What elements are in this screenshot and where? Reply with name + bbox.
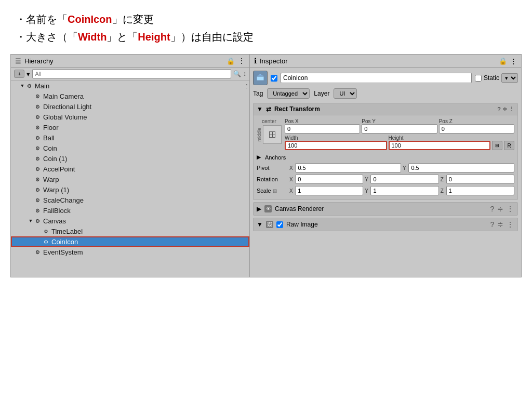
triangle-icon: ▶	[257, 154, 261, 161]
layer-label: Layer	[314, 90, 329, 97]
triangle-canvas-renderer: ▶	[257, 205, 261, 212]
rect-transform-section: ▼ ⇄ Rect Transform ? ≑ ⋮ center middle	[253, 103, 518, 200]
hierarchy-item-label-globalvolume: Global Volume	[43, 113, 87, 121]
hierarchy-item-label-coinicon: CoinIcon	[51, 238, 78, 246]
rect-transform-header[interactable]: ▼ ⇄ Rect Transform ? ≑ ⋮	[254, 103, 517, 115]
collapse-arrow-rect: ▼	[257, 105, 263, 113]
raw-image-section[interactable]: ▼ 🖼 Raw Image ? ≑ ⋮	[253, 218, 518, 231]
hierarchy-item-coinicon[interactable]: ⚙ CoinIcon	[11, 236, 249, 247]
cube-icon-maincamera: ⚙	[34, 92, 41, 100]
hierarchy-item-coin1[interactable]: ⚙ Coin (1)	[11, 153, 249, 164]
canvas-renderer-section[interactable]: ▶ 👁 Canvas Renderer ? ≑ ⋮	[253, 202, 518, 216]
arrow-main: ▼	[19, 83, 25, 88]
cube-icon-warp1: ⚙	[34, 186, 41, 193]
pos-y-label: Pos Y	[362, 118, 437, 124]
hierarchy-item-canvas[interactable]: ▼ ⚙ Canvas	[11, 216, 249, 226]
pivot-x-group: X	[289, 163, 401, 172]
object-name-field[interactable]	[281, 73, 472, 83]
add-button[interactable]: +	[14, 70, 24, 78]
scale-label-group: Scale ⊞	[257, 188, 288, 194]
inspector-body: Static ▾ Tag Untagged Layer UI	[250, 68, 521, 277]
hierarchy-item-main[interactable]: ▼ ⚙ Main ⋮	[11, 81, 249, 91]
scale-label: Scale	[257, 188, 271, 194]
pivot-row: Pivot X Y	[257, 162, 514, 174]
rotation-z-label: Z	[441, 177, 445, 182]
unity-editor: ☰ Hierarchy 🔒 ⋮ + ▾ 🔍 ↕ ▼ ⚙ Main ⋮ ⚙ Mai…	[10, 54, 522, 277]
hierarchy-item-scalechange[interactable]: ⚙ ScaleChange	[11, 195, 249, 205]
inspector-title: Inspector	[260, 57, 287, 65]
cube-icon-fallblock: ⚙	[34, 207, 41, 214]
tag-dropdown[interactable]: Untagged	[267, 88, 310, 99]
scale-x-label: X	[289, 188, 294, 194]
svg-marker-1	[257, 74, 264, 76]
hierarchy-item-fallblock[interactable]: ⚙ FallBlock	[11, 205, 249, 216]
width-field[interactable]	[285, 141, 387, 150]
hierarchy-item-coin[interactable]: ⚙ Coin	[11, 143, 249, 153]
hierarchy-item-floor[interactable]: ⚙ Floor	[11, 122, 249, 132]
scale-z-field[interactable]	[446, 186, 514, 195]
hierarchy-list: ▼ ⚙ Main ⋮ ⚙ Main Camera ⚙ Directional L…	[11, 81, 249, 277]
inspector-header: ℹ Inspector 🔒 ⋮	[250, 55, 521, 68]
rotation-row: Rotation X Y Z	[257, 174, 514, 185]
rotation-x-label: X	[289, 177, 294, 182]
hierarchy-header: ☰ Hierarchy 🔒 ⋮	[11, 55, 249, 68]
rotation-x-field[interactable]	[295, 175, 363, 184]
pos-z-field[interactable]	[439, 124, 514, 134]
rotation-y-field[interactable]	[370, 175, 438, 184]
rotation-x-group: X	[289, 175, 363, 184]
anchor-widget[interactable]	[263, 125, 282, 144]
search-icon: 🔍	[233, 70, 241, 77]
hierarchy-item-ball[interactable]: ⚙ Ball	[11, 132, 249, 143]
hierarchy-item-globalvolume[interactable]: ⚙ Global Volume	[11, 112, 249, 122]
static-label: Static	[484, 74, 499, 82]
hierarchy-item-timelabel[interactable]: ⚙ TimeLabel	[11, 226, 249, 236]
scale-x-group: X	[289, 186, 363, 195]
static-dropdown[interactable]: ▾	[501, 73, 518, 83]
constrain-button[interactable]: ⊞	[492, 141, 502, 150]
hierarchy-item-eventsystem[interactable]: ⚙ EventSystem	[11, 247, 249, 257]
hierarchy-item-warp[interactable]: ⚙ Warp	[11, 174, 249, 184]
rotation-y-label: Y	[365, 177, 369, 182]
r-button[interactable]: R	[504, 141, 514, 150]
gameobject-icon	[253, 71, 268, 85]
raw-image-checkbox[interactable]	[276, 221, 283, 228]
hierarchy-item-accelpoint[interactable]: ⚙ AccelPoint	[11, 164, 249, 174]
pivot-y-field[interactable]	[408, 163, 514, 172]
cube-icon-globalvolume: ⚙	[34, 113, 41, 121]
rotation-z-field[interactable]	[446, 175, 514, 184]
height-label: Height	[138, 31, 170, 43]
anchors-row: ▶ Anchors	[257, 152, 514, 162]
bullet1: ・名前を「	[16, 14, 68, 25]
cube-icon-coin: ⚙	[34, 144, 41, 152]
coinicon-label: CoinIcon	[68, 14, 112, 25]
pos-xyz-row: Pos X Pos Y Pos Z	[285, 118, 514, 134]
scale-y-group: Y	[365, 186, 438, 195]
cube-icon-floor: ⚙	[34, 124, 41, 131]
pivot-x-field[interactable]	[295, 163, 401, 172]
hierarchy-item-label-directionallight: Directional Light	[43, 103, 91, 111]
hierarchy-item-label-timelabel: TimeLabel	[51, 228, 83, 235]
cube-icon-warp: ⚙	[34, 176, 41, 183]
hierarchy-item-maincamera[interactable]: ⚙ Main Camera	[11, 91, 249, 101]
pos-y-field[interactable]	[362, 124, 437, 134]
hierarchy-item-warp1[interactable]: ⚙ Warp (1)	[11, 184, 249, 195]
rotation-z-group: Z	[441, 175, 514, 184]
search-input[interactable]	[32, 69, 231, 78]
hierarchy-item-label-coin: Coin	[43, 144, 57, 152]
pos-x-field[interactable]	[285, 124, 360, 134]
center-label: center	[262, 118, 276, 124]
cube-icon-coinicon: ⚙	[42, 238, 49, 245]
pivot-y-group: Y	[403, 163, 514, 172]
height-field[interactable]	[389, 141, 491, 150]
raw-image-dots: ? ≑ ⋮	[490, 220, 514, 229]
inspector-more-icon: ⋮	[510, 57, 517, 65]
scale-icon: ⊞	[273, 188, 277, 194]
active-checkbox[interactable]	[271, 75, 277, 82]
scale-y-field[interactable]	[370, 186, 438, 195]
cube-icon-timelabel: ⚙	[42, 228, 49, 235]
cube-icon-accelpoint: ⚙	[34, 165, 41, 172]
static-checkbox[interactable]	[475, 75, 482, 82]
layer-dropdown[interactable]: UI	[334, 88, 357, 99]
scale-x-field[interactable]	[295, 186, 363, 195]
hierarchy-item-directionallight[interactable]: ⚙ Directional Light	[11, 101, 249, 112]
